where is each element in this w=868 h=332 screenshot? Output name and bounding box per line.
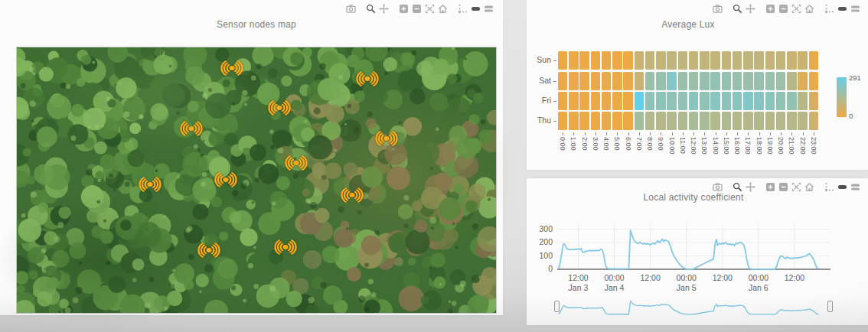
sensor-node-icon[interactable]: [272, 239, 299, 258]
heatmap-cell: [776, 51, 786, 70]
reset-home-icon[interactable]: [436, 3, 449, 15]
zoom-in-icon[interactable]: [397, 3, 410, 15]
zoom-icon[interactable]: [731, 181, 744, 193]
zoom-icon[interactable]: [731, 3, 744, 15]
xtick: [683, 132, 684, 135]
xtick: [814, 132, 814, 135]
heatmap-cell: [569, 51, 579, 70]
xtick: [770, 132, 771, 135]
spikelines-icon[interactable]: [823, 181, 836, 193]
modebar-group: [731, 3, 757, 15]
heatmap-cell: [754, 112, 764, 130]
autoscale-icon[interactable]: [790, 181, 803, 193]
pan-icon[interactable]: [744, 3, 757, 15]
hover-compare-icon[interactable]: [482, 3, 495, 15]
camera-icon[interactable]: [344, 3, 357, 15]
heatmap-cell: [678, 92, 688, 110]
autoscale-icon[interactable]: [790, 3, 803, 15]
zoom-out-icon[interactable]: [777, 3, 790, 15]
xtick: [563, 132, 563, 135]
reset-home-icon[interactable]: [803, 181, 816, 193]
heatmap-cell: [656, 92, 666, 110]
heatmap-cell: [623, 112, 633, 130]
heatmap-cell: [591, 51, 601, 70]
rangeslider-left-handle[interactable]: [554, 301, 560, 312]
hover-compare-icon[interactable]: [849, 181, 862, 193]
modebar-group: [364, 3, 390, 15]
sensor-node-icon[interactable]: [178, 121, 205, 139]
activity-line-plot[interactable]: [557, 224, 830, 270]
heatmap-cell: [809, 51, 819, 70]
heatmap-cell: [809, 72, 819, 90]
heatmap-cell: [656, 51, 666, 70]
xtick: [704, 132, 705, 135]
autoscale-icon[interactable]: [423, 3, 436, 15]
rangeslider-mini-svg: [557, 297, 830, 317]
sensor-node-icon[interactable]: [282, 155, 310, 174]
modebar: [704, 181, 862, 193]
hover-closest-icon[interactable]: [836, 3, 849, 15]
rangeslider-right-handle[interactable]: [827, 301, 833, 312]
heatmap-cell: [558, 72, 568, 90]
sensor-node-icon[interactable]: [195, 242, 223, 261]
heatmap-xtick-label: 7:00: [635, 137, 643, 151]
pan-icon[interactable]: [377, 3, 390, 15]
heatmap-cell: [591, 92, 601, 110]
hover-closest-icon[interactable]: [469, 3, 482, 15]
heatmap-cell: [635, 92, 644, 110]
sensor-node-icon[interactable]: [136, 177, 164, 195]
heatmap-cell: [569, 72, 579, 90]
sensor-node-icon[interactable]: [373, 131, 400, 149]
heatmap-cell: [754, 92, 764, 110]
heatmap-xtick-label: 5:00: [613, 137, 621, 151]
xtick: [606, 132, 607, 135]
sensor-node-icon[interactable]: [212, 172, 240, 190]
heatmap-xtick-label: 18:00: [755, 137, 763, 155]
heatmap-cell: [754, 51, 764, 70]
zoom-out-icon[interactable]: [410, 3, 423, 15]
heatmap-cell: [743, 92, 753, 110]
heatmap-cell: [809, 92, 819, 110]
zoom-in-icon[interactable]: [764, 181, 777, 193]
activity-line: [559, 230, 818, 269]
xtick-time-label: 00:00: [601, 273, 628, 282]
heatmap-cell: [602, 51, 612, 70]
camera-icon[interactable]: [711, 3, 724, 15]
xtick: [716, 132, 716, 135]
hover-compare-icon[interactable]: [849, 3, 862, 15]
camera-icon[interactable]: [711, 181, 724, 193]
heatmap-cell: [733, 92, 742, 110]
modebar-group: [764, 181, 816, 193]
ytick-label: 300: [527, 224, 553, 233]
heatmap-cell: [787, 51, 797, 70]
heatmap-xtick-label: 2:00: [581, 137, 589, 151]
heatmap-cell: [569, 92, 579, 110]
heatmap-cell: [689, 92, 699, 110]
spikelines-icon[interactable]: [456, 3, 469, 15]
pan-icon[interactable]: [744, 181, 757, 193]
sensor-node-icon[interactable]: [266, 100, 293, 119]
xtick-time-label: 12:00: [564, 273, 592, 282]
modebar-group: [397, 3, 449, 15]
sensor-map[interactable]: [17, 47, 496, 313]
activity-rangeslider[interactable]: [557, 297, 830, 317]
heatmap-cell: [787, 92, 797, 110]
heatmap-xtick-label: 20:00: [777, 137, 785, 155]
zoom-icon[interactable]: [364, 3, 377, 15]
sensor-node-icon[interactable]: [218, 60, 246, 79]
ytick: [553, 60, 556, 61]
sensor-node-icon[interactable]: [354, 71, 381, 90]
sensor-node-icon[interactable]: [338, 187, 366, 206]
heatmap-cell: [765, 51, 775, 70]
xtick-date-label: Jan 5: [673, 283, 700, 292]
heatmap-cell: [635, 72, 644, 90]
reset-home-icon[interactable]: [803, 3, 816, 15]
zoom-in-icon[interactable]: [764, 3, 777, 15]
spikelines-icon[interactable]: [823, 3, 836, 15]
hover-closest-icon[interactable]: [836, 181, 849, 193]
modebar-group: [344, 3, 357, 15]
map-panel: Sensor nodes map: [0, 0, 503, 315]
forest-aerial-image: [17, 47, 496, 313]
zoom-out-icon[interactable]: [777, 181, 790, 193]
xtick: [639, 132, 640, 135]
